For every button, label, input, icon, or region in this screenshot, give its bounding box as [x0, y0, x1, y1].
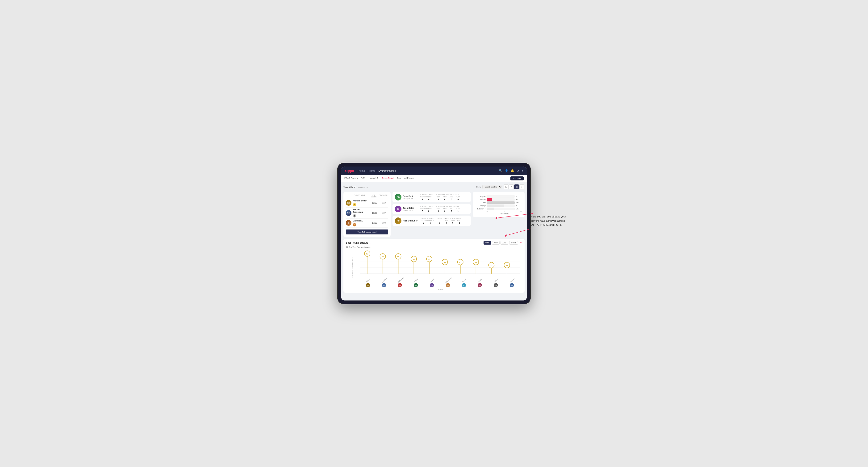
putt-value: 0	[456, 198, 460, 200]
svg-text:3x: 3x	[506, 264, 508, 266]
player-info: Cameron... 3	[353, 220, 369, 226]
practice-sub-labels: OTT APP ARG PUTT	[436, 208, 460, 210]
player-name-label: C. Quick	[510, 278, 515, 282]
player-avatar-small: CQ	[510, 283, 514, 287]
bar-row-birdies: Birdies 96	[475, 198, 522, 201]
player-scores: 17/20 103	[370, 222, 388, 224]
bar-container	[487, 208, 515, 210]
ott-value: 0	[436, 210, 441, 212]
app-label: APP	[442, 208, 447, 210]
scatter-avatar: MM	[472, 283, 488, 287]
bar-container	[487, 205, 515, 207]
add-team-button[interactable]: Add Team	[510, 177, 524, 181]
card-player-name: Richard Butler	[403, 220, 417, 222]
nav-teams[interactable]: Teams	[368, 169, 375, 172]
filter-arg[interactable]: ARG	[500, 241, 508, 245]
card-avatar: RB	[395, 194, 401, 200]
pb-avg: 110	[380, 201, 388, 204]
card-stats: Total Rounds Tournament Practice 7 2	[420, 206, 468, 212]
streaks-title: Best Round Streaks	[346, 242, 368, 244]
show-controls: Show Last 3 months ⊞ ≡ ▤ ↓	[476, 184, 525, 190]
scatter-avatar: DF	[456, 283, 472, 287]
tournament-value: 8	[420, 198, 425, 200]
player-card: RB Rees Britt 02 Sep 2023 Total Rounds	[393, 192, 471, 203]
card-player-info: RB Rees Britt 02 Sep 2023	[395, 194, 416, 200]
practice-act-label: Total Practice Activities	[437, 217, 462, 219]
svg-text:3x: 3x	[490, 264, 493, 266]
settings-view-btn[interactable]: ↓	[519, 184, 524, 189]
sub-nav-pga[interactable]: PGA	[361, 177, 365, 180]
bar-label: Bogeys	[475, 205, 486, 207]
sub-nav-hcaps[interactable]: Hcaps 1-5	[369, 177, 378, 180]
practice-values: 0 0 0 1	[436, 210, 460, 212]
card-player-info: JC Josh Coles 26 Aug 2023	[395, 206, 416, 212]
arg-value: 0	[449, 198, 454, 200]
player-name-label: E. Ebert	[366, 278, 371, 283]
scatter-avatar: RB	[424, 283, 440, 287]
bar-value: 131	[516, 208, 522, 210]
search-icon[interactable]: 🔍	[499, 169, 502, 173]
practice-values: 0 0 0 1	[437, 222, 462, 224]
show-label: Show	[476, 186, 481, 188]
list-view-btn[interactable]: ≡	[509, 184, 514, 189]
practice-act-label: Total Practice Activities	[436, 194, 460, 195]
filter-putt[interactable]: PUTT	[509, 241, 518, 245]
settings-icon[interactable]: ⚙	[517, 169, 519, 173]
view-leaderboard-button[interactable]: View Full Leaderboard	[346, 229, 388, 235]
scatter-avatar: EE	[360, 283, 376, 287]
total-rounds-stat: Total Rounds Tournament Practice 7 2	[420, 206, 433, 212]
bell-icon[interactable]: 🔔	[511, 169, 514, 173]
sub-nav-tour[interactable]: Tour	[397, 177, 401, 180]
nav-links: Home Teams My Performance	[359, 169, 499, 172]
arg-value: 0	[449, 210, 454, 212]
bar-value: 3	[516, 195, 522, 198]
player-row: EC Edward Crossman 2 18/20 107	[346, 208, 388, 219]
arg-label: ARG	[449, 196, 454, 198]
leaderboard-panel: PLAYER NAME PB SCORE PB AVG SQ RB Richar…	[343, 192, 391, 237]
player-avatar-small: BM	[382, 283, 386, 287]
filter-app[interactable]: APP	[492, 241, 500, 245]
player-avatar-small: EC	[446, 283, 450, 287]
player-name-label: D. Ford	[462, 278, 467, 282]
ott-label: OTT	[436, 208, 441, 210]
grid-view-btn[interactable]: ⊞	[504, 184, 508, 189]
player-x-label: B. McHerg	[376, 280, 392, 283]
nav-my-performance[interactable]: My Performance	[378, 169, 396, 172]
annotation-arrow-2	[493, 212, 535, 222]
stat-values: 8 4	[420, 198, 433, 200]
app-value: 0	[442, 198, 447, 200]
nav-actions: 🔍 👤 🔔 ⚙ ●	[499, 169, 523, 173]
player-scores: 19/20 110	[370, 201, 388, 204]
bar-row-pars: Pars 499	[475, 201, 522, 204]
stat-label: Total Rounds	[420, 206, 433, 207]
edit-team-icon[interactable]: ✏	[367, 186, 368, 188]
chart-view-btn[interactable]: ▤	[514, 184, 519, 189]
ott-label: OTT	[437, 220, 442, 221]
sub-nav-team-clippd[interactable]: Team Clippd	[382, 177, 394, 180]
card-player-name: Josh Coles	[403, 207, 414, 209]
main-content: Team Clippd 14 Players ✏ Show Last 3 mon…	[341, 182, 527, 301]
svg-text:7x: 7x	[366, 253, 368, 255]
nav-home[interactable]: Home	[359, 169, 365, 172]
tablet-frame: clippd Home Teams My Performance 🔍 👤 🔔 ⚙…	[337, 163, 531, 304]
svg-text:4x: 4x	[459, 261, 461, 263]
sub-nav-all-players[interactable]: All Players	[404, 177, 414, 180]
bar-fill	[487, 208, 494, 210]
period-select[interactable]: Last 3 months	[483, 185, 502, 189]
card-player-name: Rees Britt	[403, 195, 413, 197]
player-avatar-small: JC	[414, 283, 418, 287]
filter-ott[interactable]: OTT	[484, 241, 491, 245]
profile-icon[interactable]: ●	[522, 169, 523, 173]
player-name-label: R. Britt	[430, 278, 434, 282]
sub-nav: PGAT Players PGA Hcaps 1-5 Team Clippd T…	[341, 175, 527, 182]
practice-sub-labels: OTT APP ARG PUTT	[437, 220, 462, 221]
pb-avg: 107	[380, 212, 388, 214]
sub-nav-pgat[interactable]: PGAT Players	[344, 177, 358, 180]
tournament-label: Tournament	[420, 196, 425, 198]
player-row: RB Richard Butler 1 19/20 110	[346, 198, 388, 208]
rank-badge: 3	[353, 223, 356, 226]
svg-text:6x: 6x	[397, 256, 399, 258]
user-icon[interactable]: 👤	[505, 169, 508, 173]
streaks-filters: OTT APP ARG PUTT ←	[484, 241, 522, 245]
svg-text:5x: 5x	[428, 258, 431, 260]
